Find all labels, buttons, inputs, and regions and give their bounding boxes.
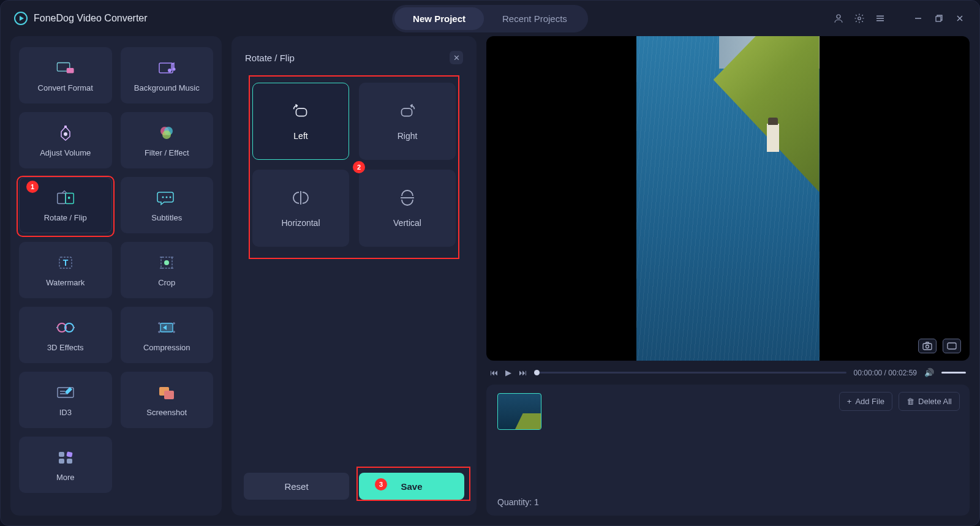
more-icon [55, 448, 76, 467]
rotate-right-option[interactable]: Right [359, 83, 456, 160]
plus-icon: + [847, 397, 852, 406]
minimize-button[interactable] [912, 12, 924, 24]
rotate-right-icon [396, 102, 419, 120]
svg-rect-30 [66, 451, 72, 457]
tool-label: Crop [158, 278, 175, 287]
tool-id3[interactable]: ID3 [19, 372, 112, 428]
svg-rect-8 [64, 126, 67, 128]
tool-more[interactable]: More [19, 437, 112, 493]
panel-close-button[interactable]: ✕ [450, 51, 463, 64]
tool-label: ID3 [59, 408, 72, 417]
video-frame [636, 36, 819, 361]
svg-point-16 [162, 196, 164, 198]
prev-button[interactable]: ⏮ [490, 368, 498, 377]
id3-icon [55, 383, 76, 402]
reset-button[interactable]: Reset [244, 473, 349, 500]
option-label: Horizontal [281, 218, 320, 228]
volume-slider[interactable] [941, 372, 966, 374]
tool-label: Adjust Volume [40, 148, 91, 157]
tool-background-music[interactable]: Background Music [121, 47, 214, 103]
screenshot-icon [156, 383, 177, 402]
svg-rect-28 [164, 391, 174, 399]
svg-rect-2 [936, 17, 941, 21]
add-file-button[interactable]: +Add File [839, 392, 892, 411]
adjust-volume-icon [55, 124, 76, 142]
tool-label: Watermark [46, 278, 85, 287]
snapshot-button[interactable] [918, 339, 937, 353]
option-label: Vertical [393, 218, 421, 228]
logo-icon [14, 12, 28, 25]
svg-point-22 [164, 260, 169, 265]
tool-adjust-volume[interactable]: Adjust Volume [19, 112, 112, 168]
quantity-label: Quantity: 1 [497, 491, 959, 507]
rotate-left-option[interactable]: Left [252, 83, 349, 160]
app-title: FoneDog Video Converter [34, 13, 148, 24]
delete-all-button[interactable]: 🗑Delete All [899, 392, 960, 411]
next-button[interactable]: ⏭ [519, 368, 527, 377]
tool-label: Convert Format [38, 83, 93, 92]
svg-point-7 [173, 67, 176, 70]
fullscreen-button[interactable] [943, 339, 961, 353]
svg-text:T: T [62, 258, 68, 268]
tab-recent-projects[interactable]: Recent Projects [484, 7, 586, 30]
project-tabs: New Project Recent Projects [392, 5, 588, 32]
close-button[interactable] [954, 12, 966, 24]
flip-horizontal-option[interactable]: Horizontal [252, 170, 349, 247]
svg-point-6 [168, 69, 172, 72]
flip-horizontal-icon [289, 189, 312, 207]
svg-rect-34 [402, 108, 412, 116]
tool-watermark[interactable]: T Watermark [19, 242, 112, 298]
tool-compression[interactable]: Compression [121, 307, 214, 363]
tool-label: Subtitles [151, 213, 182, 222]
svg-rect-37 [948, 343, 956, 349]
convert-format-icon [55, 59, 76, 77]
playback-controls: ⏮ ▶ ⏭ 00:00:00 / 00:02:59 🔊 [486, 368, 970, 377]
rotate-flip-icon [55, 189, 76, 207]
tool-label: Filter / Effect [145, 148, 189, 157]
annotation-badge-1: 1 [26, 181, 39, 193]
settings-icon[interactable] [853, 12, 865, 24]
file-thumbnail[interactable] [497, 393, 541, 430]
background-music-icon [156, 59, 177, 77]
three-d-icon [55, 318, 76, 337]
crop-icon [156, 254, 177, 272]
svg-point-15 [68, 197, 70, 199]
time-display: 00:00:00 / 00:02:59 [854, 369, 917, 377]
annotation-badge-3: 3 [375, 478, 387, 490]
svg-rect-13 [58, 193, 66, 203]
menu-icon[interactable] [874, 12, 886, 24]
option-label: Right [398, 131, 418, 141]
tool-screenshot[interactable]: Screenshot [121, 372, 214, 428]
maximize-button[interactable] [933, 12, 945, 24]
tool-crop[interactable]: Crop [121, 242, 214, 298]
tool-label: Background Music [134, 83, 200, 92]
flip-vertical-option[interactable]: Vertical [359, 170, 456, 247]
trash-icon: 🗑 [907, 397, 914, 406]
svg-point-36 [926, 345, 929, 348]
svg-rect-33 [296, 108, 306, 116]
tool-3d-effects[interactable]: 3D Effects [19, 307, 112, 363]
account-icon[interactable] [832, 12, 845, 24]
tab-new-project[interactable]: New Project [394, 7, 484, 30]
panel-title: Rotate / Flip [245, 53, 295, 63]
svg-rect-31 [59, 459, 64, 464]
subtitles-icon [156, 189, 177, 207]
play-button[interactable]: ▶ [505, 368, 511, 377]
volume-icon[interactable]: 🔊 [924, 368, 934, 377]
svg-point-12 [162, 130, 171, 139]
tool-filter-effect[interactable]: Filter / Effect [121, 112, 214, 168]
tool-label: Rotate / Flip [44, 213, 87, 222]
svg-point-9 [64, 132, 67, 136]
tool-convert-format[interactable]: Convert Format [19, 47, 112, 103]
watermark-icon: T [55, 254, 76, 272]
svg-rect-32 [67, 459, 72, 464]
compression-icon [156, 318, 177, 337]
tool-label: 3D Effects [47, 343, 84, 352]
video-preview [486, 36, 970, 361]
progress-bar[interactable] [534, 372, 846, 374]
tool-label: Screenshot [146, 408, 187, 417]
svg-rect-29 [59, 452, 64, 457]
tool-subtitles[interactable]: Subtitles [121, 177, 214, 233]
titlebar: FoneDog Video Converter New Project Rece… [1, 1, 979, 36]
tool-label: More [56, 473, 75, 482]
